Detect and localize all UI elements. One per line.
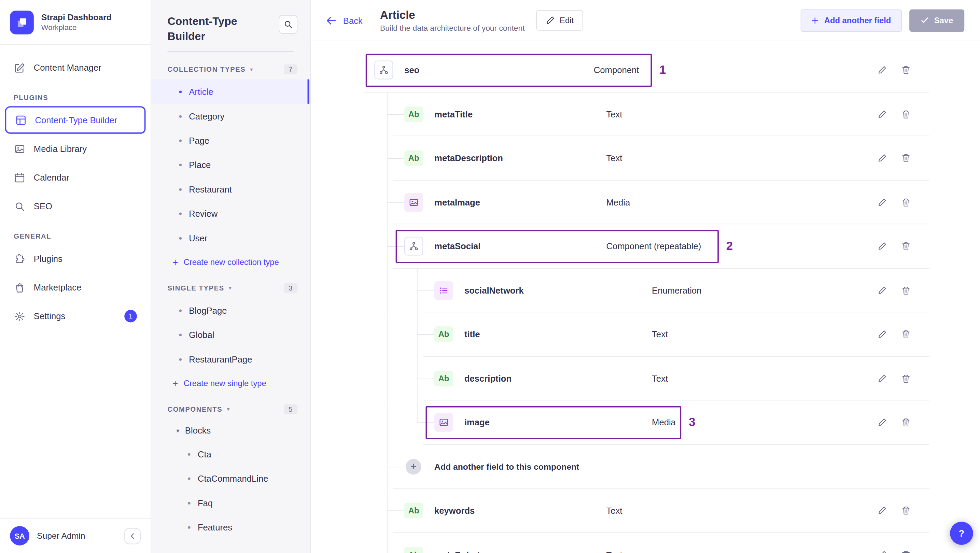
edit-field-button[interactable] [878, 242, 887, 251]
sidebar-item-content-manager[interactable]: Content Manager [5, 54, 146, 81]
subnav-item-label: Article [189, 87, 213, 97]
sidebar-item-content-type-builder[interactable]: Content-Type Builder [5, 106, 146, 134]
delete-field-button[interactable] [901, 330, 910, 339]
save-button[interactable]: Save [909, 9, 964, 32]
edit-field-button[interactable] [878, 198, 887, 207]
subnav-item-page[interactable]: •Page [151, 128, 310, 152]
add-field-plus-icon[interactable]: + [406, 459, 422, 475]
back-label: Back [343, 15, 363, 25]
sidebar-item-media-library[interactable]: Media Library [5, 135, 146, 162]
delete-field-button[interactable] [901, 65, 910, 75]
field-name: title [465, 329, 480, 339]
delete-field-button[interactable] [901, 154, 910, 163]
collapse-sidebar-button[interactable] [124, 528, 141, 544]
edit-field-button[interactable] [878, 506, 887, 515]
subnav-item-user[interactable]: •User [151, 226, 310, 250]
sidebar-item-marketplace[interactable]: Marketplace [5, 274, 146, 302]
bullet-icon: • [178, 305, 182, 315]
add-field-to-component-row[interactable]: +Add another field to this component [348, 445, 929, 488]
delete-field-button[interactable] [901, 242, 910, 251]
row-actions [878, 374, 911, 383]
bullet-icon: • [178, 354, 182, 364]
chevron-down-icon: ▾ [229, 285, 232, 291]
subnav-item-place[interactable]: •Place [151, 153, 310, 177]
section-header-collection-types[interactable]: COLLECTION TYPES▾7 [151, 56, 310, 79]
bullet-icon: • [188, 498, 191, 507]
edit-field-button[interactable] [878, 550, 887, 553]
subnav-item-article[interactable]: •Article [151, 79, 310, 103]
delete-field-button[interactable] [901, 506, 910, 515]
back-link[interactable]: Back [326, 15, 363, 26]
text-icon: Ab [434, 371, 453, 386]
sidebar-item-settings[interactable]: Settings1 [5, 302, 146, 330]
tree-line [417, 400, 418, 423]
sidebar-nav: Content ManagerPLUGINSContent-Type Build… [0, 45, 151, 518]
subnav-item-category[interactable]: •Category [151, 104, 310, 128]
sidebar-item-seo[interactable]: SEO [5, 192, 146, 220]
bullet-icon: • [178, 111, 182, 121]
subnav-item-faq[interactable]: •Faq [151, 491, 310, 515]
field-name: image [465, 418, 490, 427]
subnav-item-ctacommandline[interactable]: •CtaCommandLine [151, 466, 310, 490]
delete-field-button[interactable] [901, 374, 910, 383]
avatar[interactable]: SA [10, 526, 29, 545]
brand-name: Strapi Dashboard [41, 13, 112, 22]
edit-field-button[interactable] [878, 154, 887, 163]
main-content: Back Article Build the data architecture… [311, 0, 980, 553]
add-field-label: Add another field [824, 16, 891, 25]
delete-field-button[interactable] [901, 286, 910, 295]
field-row-seo: seoComponent1 [348, 48, 929, 92]
component-group-blocks[interactable]: ▾Blocks [151, 419, 310, 442]
create-new-single-type-link[interactable]: +Create new single type [151, 371, 310, 395]
add-another-field-button[interactable]: Add another field [800, 9, 902, 32]
sidebar-item-calendar[interactable]: Calendar [5, 164, 146, 192]
delete-field-button[interactable] [901, 110, 910, 119]
subnav-item-label: Page [189, 135, 209, 145]
tree-connector [387, 246, 406, 247]
subnav-title: Content-Type Builder [168, 14, 262, 44]
field-type: Component [594, 65, 639, 75]
tree-connector [417, 291, 436, 291]
subnav-item-label: User [189, 233, 207, 243]
sidebar-item-plugins[interactable]: Plugins [5, 245, 146, 272]
subnav-item-review[interactable]: •Review [151, 201, 310, 225]
delete-field-button[interactable] [901, 418, 910, 427]
add-field-label: Add another field to this component [434, 462, 579, 471]
create-new-collection-type-link[interactable]: +Create new collection type [151, 250, 310, 274]
title-block: Article Build the data architecture of y… [380, 8, 525, 32]
section-label: COMPONENTS [168, 405, 223, 413]
sidebar-item-label: Content Manager [34, 62, 102, 72]
field-name: metaRobots [434, 550, 485, 553]
subnav-item-restaurantpage[interactable]: •RestaurantPage [151, 347, 310, 371]
strapi-logo-icon[interactable] [10, 10, 34, 34]
page-subtitle: Build the data architecture of your cont… [380, 24, 525, 32]
field-type: Media [606, 197, 630, 207]
annotation-number-1: 1 [659, 63, 666, 77]
sidebar-section-plugins: PLUGINS [0, 83, 151, 105]
subnav-item-restaurant[interactable]: •Restaurant [151, 177, 310, 201]
subnav-item-features[interactable]: •Features [151, 515, 310, 539]
help-button[interactable]: ? [950, 521, 973, 545]
section-header-single-types[interactable]: SINGLE TYPES▾3 [151, 275, 310, 298]
edit-field-button[interactable] [878, 110, 887, 119]
subnav-item-global[interactable]: •Global [151, 322, 310, 346]
edit-field-button[interactable] [878, 374, 887, 383]
edit-button[interactable]: Edit [536, 10, 583, 30]
subnav-item-blogpage[interactable]: •BlogPage [151, 298, 310, 322]
section-count-badge: 3 [283, 283, 298, 293]
delete-field-button[interactable] [901, 550, 910, 553]
bullet-icon: • [178, 233, 182, 242]
content-manager-icon [14, 62, 25, 73]
edit-field-button[interactable] [878, 330, 887, 339]
delete-field-button[interactable] [901, 198, 910, 207]
section-count-badge: 5 [283, 404, 298, 414]
edit-field-button[interactable] [878, 65, 887, 75]
edit-field-button[interactable] [878, 418, 887, 427]
subnav-body: COLLECTION TYPES▾7•Article•Category•Page… [151, 56, 310, 539]
subnav-item-cta[interactable]: •Cta [151, 442, 310, 466]
field-name: socialNetwork [465, 285, 524, 295]
section-header-components[interactable]: COMPONENTS▾5 [151, 396, 310, 420]
edit-field-button[interactable] [878, 286, 887, 295]
search-button[interactable] [278, 15, 298, 34]
tree-line [387, 312, 388, 356]
